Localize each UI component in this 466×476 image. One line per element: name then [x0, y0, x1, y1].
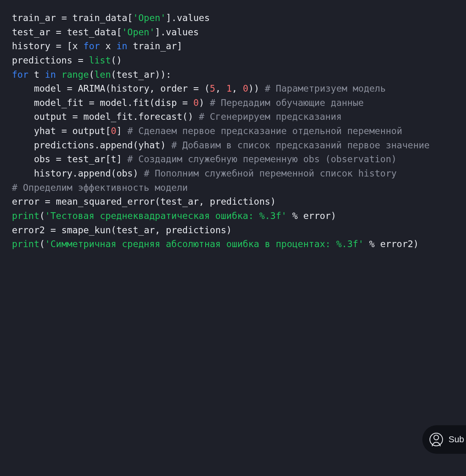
code-token-comment: # Определим эффективность модели — [12, 182, 188, 193]
code-token-num: 0 — [111, 126, 116, 136]
code-token-default: predictions — [12, 55, 78, 65]
code-token-default: values — [166, 27, 199, 37]
code-token-op: ( — [149, 98, 155, 108]
code-token-default: test_ar — [12, 27, 56, 37]
code-token-default: mean_squared_error — [50, 196, 155, 207]
code-token-op: = — [72, 111, 78, 122]
code-token-op: = — [62, 126, 67, 136]
code-token-op: ) — [331, 211, 336, 221]
code-token-str: 'Open' — [122, 27, 155, 37]
code-token-op: ( — [39, 239, 45, 249]
code-token-default: yhat — [12, 126, 62, 136]
code-token-op: = — [56, 27, 62, 37]
code-token-op: [ — [127, 13, 133, 23]
code-token-op: . — [133, 111, 139, 122]
code-token-op: ( — [133, 140, 139, 150]
code-token-comment: # Добавим в список предсказаний первое з… — [171, 140, 430, 150]
code-token-default — [139, 168, 144, 178]
code-token-num: 0 — [193, 98, 199, 108]
code-token-kw: for — [83, 41, 100, 51]
code-token-default: yhat — [139, 140, 160, 150]
code-token-num: 5 — [210, 83, 216, 94]
code-token-default: values — [177, 13, 210, 23]
code-token-op: [ — [105, 154, 111, 164]
code-token-op: ] — [116, 126, 122, 136]
code-token-op: )) — [248, 83, 260, 94]
code-token-kw: for — [12, 69, 29, 80]
code-token-default: history — [111, 83, 149, 94]
code-token-comment: # Пополним служебной переменной список h… — [144, 168, 397, 178]
code-token-op: = — [56, 154, 62, 164]
code-token-default: test_data — [62, 27, 116, 37]
code-token-default: predictions — [12, 140, 94, 150]
code-token-op: , — [155, 225, 160, 235]
code-token-op: , — [232, 83, 243, 94]
code-token-default — [204, 98, 210, 108]
code-token-op: ( — [111, 69, 116, 80]
code-token-default: model — [12, 83, 67, 94]
code-token-op: % — [292, 211, 298, 221]
code-token-op: = — [62, 13, 67, 23]
code-token-op: ( — [39, 211, 45, 221]
code-token-comment: # Передадим обучающие данные — [210, 98, 364, 108]
code-token-num: 1 — [226, 83, 232, 94]
code-token-op: = — [89, 98, 94, 108]
code-token-default: train_ar — [12, 13, 62, 23]
code-token-op: ] — [116, 154, 122, 164]
code-token-default — [166, 140, 171, 150]
code-token-kw: in — [45, 69, 56, 80]
code-token-op: = — [78, 55, 83, 65]
code-token-op: [ — [67, 41, 73, 51]
code-token-op: ) — [133, 168, 139, 178]
code-token-default — [62, 41, 67, 51]
code-token-op: ( — [155, 196, 160, 207]
code-token-op: ( — [105, 83, 111, 94]
code-token-default: append — [78, 168, 111, 178]
code-token-op: ) — [413, 239, 419, 249]
code-token-op: , — [149, 83, 155, 94]
code-token-op: = — [45, 196, 50, 207]
code-token-default: model — [94, 98, 127, 108]
code-token-default — [83, 55, 89, 65]
submit-button[interactable]: Sub — [422, 425, 466, 454]
code-token-op: = — [193, 83, 199, 94]
code-token-default: disp — [155, 98, 182, 108]
code-token-default: output — [12, 111, 72, 122]
code-token-default: test_ar — [116, 69, 155, 80]
code-token-op: ]. — [166, 13, 177, 23]
code-token-default: error2 — [375, 239, 413, 249]
code-token-op: () — [111, 55, 122, 65]
code-token-default: train_ar — [127, 41, 177, 51]
code-token-op: ( — [111, 168, 116, 178]
code-token-op: )) — [155, 69, 166, 80]
code-token-op: = — [50, 225, 56, 235]
code-token-kw: in — [116, 41, 127, 51]
code-token-default — [56, 69, 62, 80]
code-token-op: % — [369, 239, 375, 249]
code-token-default: model_fit — [78, 111, 133, 122]
code-token-default — [122, 154, 127, 164]
code-token-op: () — [182, 111, 193, 122]
code-token-default — [364, 239, 369, 249]
code-token-str: 'Симметричная средняя абсолютная ошибка … — [45, 239, 364, 249]
code-token-op: . — [94, 140, 100, 150]
code-token-default: test_ar — [62, 154, 106, 164]
code-token-builtin: list — [89, 55, 111, 65]
code-token-default — [199, 83, 204, 94]
code-token-op: [ — [105, 126, 111, 136]
code-token-default: fit — [133, 98, 150, 108]
code-token-default: error — [298, 211, 331, 221]
code-block: train_ar = train_data['Open'].values tes… — [0, 0, 466, 263]
code-token-builtin: len — [94, 69, 111, 80]
code-token-default: predictions — [160, 225, 226, 235]
code-token-default: obs — [12, 154, 56, 164]
code-token-default: forecast — [139, 111, 183, 122]
code-token-default: obs — [116, 168, 133, 178]
code-token-comment: # Сгенерируем предсказания — [199, 111, 342, 122]
code-token-op: . — [127, 98, 133, 108]
code-token-op: = — [182, 98, 188, 108]
code-token-default — [122, 126, 127, 136]
code-token-op: ) — [160, 140, 166, 150]
code-token-default — [188, 98, 193, 108]
code-token-builtin: print — [12, 211, 39, 221]
